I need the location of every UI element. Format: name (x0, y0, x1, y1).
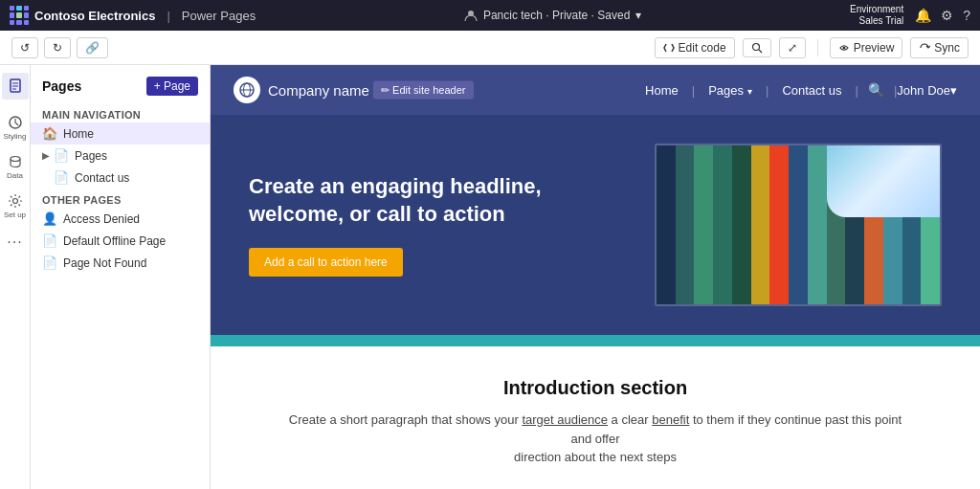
site-nav-pages[interactable]: Pages (695, 79, 766, 101)
styling-label: Styling (3, 132, 26, 141)
site-nav-contact[interactable]: Contact us (768, 79, 855, 101)
edit-site-header-button[interactable]: ✏ Edit site header (373, 81, 474, 100)
svg-point-3 (842, 46, 845, 49)
benefit-highlight: benefit (652, 412, 689, 427)
sidebar-item-pages[interactable] (2, 73, 29, 100)
nav-item-home[interactable]: 🏠 Home ··· (31, 122, 210, 144)
site-nav-home[interactable]: Home (632, 79, 692, 101)
top-bar: Contoso Electronics | Power Pages Pancic… (0, 0, 980, 31)
data-label: Data (7, 171, 23, 180)
preview-icon (838, 42, 850, 54)
nav-item-pages[interactable]: ▶ 📄 Pages (31, 144, 210, 167)
setup-icon (8, 193, 23, 209)
pages-icon (8, 78, 23, 94)
site-nav: Home | Pages | Contact us | 🔍 | John Doe… (632, 79, 957, 101)
hero-section: Create an engaging headline, welcome, or… (211, 115, 980, 335)
zoom-button[interactable] (743, 38, 771, 57)
add-page-button[interactable]: + Page (146, 77, 198, 96)
other-pages-section-label: Other pages (31, 189, 210, 208)
teal-strip (211, 335, 980, 346)
redo-button[interactable]: ↻ (44, 37, 71, 58)
svg-point-1 (752, 43, 759, 50)
svg-point-10 (12, 199, 17, 204)
access-denied-label: Access Denied (63, 212, 140, 226)
toolbar-right: Edit code ⤢ Preview Sync (655, 37, 969, 58)
setup-label: Set up (4, 211, 26, 219)
contact-page-icon: 📄 (54, 170, 69, 185)
offline-page-icon: 📄 (42, 233, 57, 248)
second-toolbar: ↺ ↻ 🔗 Edit code ⤢ Preview Sync (0, 31, 980, 65)
site-logo-circle (234, 77, 260, 103)
undo-button[interactable]: ↺ (11, 37, 38, 58)
top-bar-right: Environment Sales Trial 🔔 ⚙ ? (850, 4, 970, 27)
site-name-label: Pancic tech · Private · Saved (483, 9, 630, 22)
help-icon[interactable]: ? (963, 8, 970, 23)
toolbar-left: ↺ ↻ 🔗 (11, 37, 108, 58)
nav-contact-label: Contact us (75, 171, 129, 185)
pages-panel: Pages + Page Main navigation 🏠 Home ··· … (31, 65, 211, 489)
hero-cta-button[interactable]: Add a call to action here (249, 248, 403, 277)
main-nav-section-label: Main navigation (31, 103, 210, 122)
pages-chevron-icon: ▶ (42, 150, 50, 161)
company-name: Company name (268, 82, 369, 99)
preview-button[interactable]: Preview (830, 37, 903, 58)
sidebar-item-setup[interactable]: Set up (2, 189, 29, 223)
pages-page-icon: 📄 (54, 148, 69, 163)
pages-header: Pages + Page (31, 73, 210, 103)
icon-sidebar: Styling Data Set up ··· (0, 65, 31, 489)
bottom-section: Introduction section Create a short para… (211, 346, 980, 489)
default-offline-label: Default Offline Page (63, 234, 166, 248)
sidebar-item-more[interactable]: ··· (2, 229, 29, 256)
env-label: Environment Sales Trial (850, 4, 903, 27)
target-audience-highlight: target audience (522, 412, 608, 427)
nav-home-label: Home (63, 127, 94, 141)
data-icon (8, 154, 23, 169)
search-icon[interactable]: 🔍 (858, 82, 894, 98)
main-layout: Styling Data Set up ··· Pages + Page Mai… (0, 65, 980, 489)
sidebar-item-data[interactable]: Data (2, 150, 29, 184)
toolbar-divider (817, 39, 818, 56)
hero-image (655, 144, 942, 306)
pages-panel-title: Pages (42, 78, 81, 94)
intro-title: Introduction section (283, 377, 907, 399)
sync-button[interactable]: Sync (910, 37, 969, 58)
svg-point-9 (11, 157, 20, 162)
nav-item-access-denied[interactable]: 👤 Access Denied (31, 208, 210, 230)
book-spines-visual (657, 145, 940, 304)
not-found-icon: 📄 (42, 256, 57, 270)
edit-code-button[interactable]: Edit code (655, 37, 735, 58)
bell-icon[interactable]: 🔔 (915, 8, 931, 23)
user-menu[interactable]: John Doe▾ (897, 83, 957, 98)
nav-item-contact-us[interactable]: 📄 Contact us (31, 167, 210, 189)
hero-headline: Create an engaging headline, welcome, or… (249, 173, 632, 228)
nav-pages-label: Pages (75, 149, 107, 163)
canvas-area[interactable]: Company name ✏ Edit site header Home | P… (211, 65, 980, 489)
sync-icon (919, 42, 930, 54)
code-icon (663, 42, 675, 54)
styling-icon (8, 115, 23, 130)
app-logo: Contoso Electronics (10, 6, 155, 25)
globe-icon (239, 82, 255, 98)
zoom-icon (751, 42, 763, 54)
site-dropdown-icon[interactable]: ▾ (635, 9, 641, 22)
sidebar-item-styling[interactable]: Styling (2, 111, 29, 144)
nav-item-default-offline[interactable]: 📄 Default Offline Page (31, 230, 210, 252)
app-logo-icon (10, 6, 29, 25)
home-icon: 🏠 (42, 126, 57, 141)
nav-item-page-not-found[interactable]: 📄 Page Not Found (31, 252, 210, 274)
svg-line-2 (759, 50, 762, 53)
hero-content: Create an engaging headline, welcome, or… (249, 173, 632, 276)
top-bar-left: Contoso Electronics | Power Pages (10, 6, 256, 25)
site-preview: Company name ✏ Edit site header Home | P… (211, 65, 980, 489)
gear-icon[interactable]: ⚙ (941, 8, 953, 23)
link-button[interactable]: 🔗 (77, 37, 108, 58)
top-bar-center: Pancic tech · Private · Saved ▾ (464, 9, 641, 22)
expand-button[interactable]: ⤢ (779, 37, 806, 58)
page-not-found-label: Page Not Found (63, 256, 146, 270)
person-icon (464, 9, 478, 22)
intro-section: Introduction section Create a short para… (226, 377, 965, 467)
more-icon: ··· (7, 233, 22, 251)
top-bar-icons: 🔔 ⚙ ? (915, 8, 970, 23)
power-pages-label: Power Pages (182, 9, 256, 23)
sky-portion (827, 145, 940, 217)
